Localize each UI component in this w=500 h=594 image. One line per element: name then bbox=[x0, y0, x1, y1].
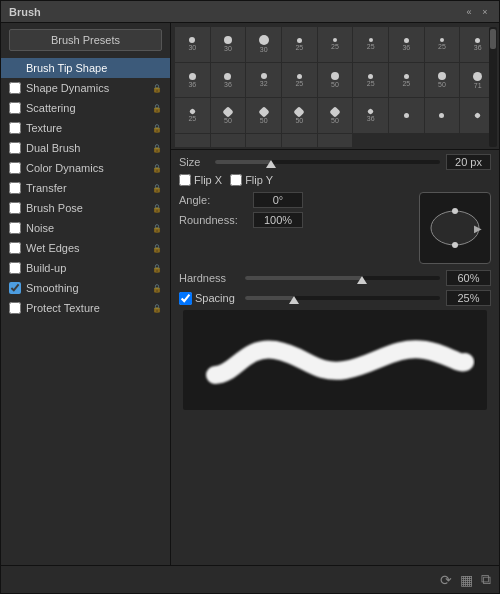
spacing-check[interactable]: Spacing bbox=[179, 292, 239, 305]
brush-thumb[interactable]: 25 bbox=[389, 63, 424, 98]
sidebar-item-texture[interactable]: Texture🔒 bbox=[1, 118, 170, 138]
sidebar-item-dual-brush[interactable]: Dual Brush🔒 bbox=[1, 138, 170, 158]
sidebar-item-smoothing[interactable]: Smoothing🔒 bbox=[1, 278, 170, 298]
sidebar-item-wet-edges[interactable]: Wet Edges🔒 bbox=[1, 238, 170, 258]
sidebar-item-protect-texture[interactable]: Protect Texture🔒 bbox=[1, 298, 170, 318]
brush-size-number: 25 bbox=[188, 115, 196, 122]
checkbox-dual-brush[interactable] bbox=[9, 142, 21, 154]
label-brush-tip-shape: Brush Tip Shape bbox=[26, 62, 162, 74]
checkbox-scattering[interactable] bbox=[9, 102, 21, 114]
brush-thumb[interactable]: 30 bbox=[211, 27, 246, 62]
label-brush-pose: Brush Pose bbox=[26, 202, 148, 214]
sidebar-item-scattering[interactable]: Scattering🔒 bbox=[1, 98, 170, 118]
checkbox-protect-texture[interactable] bbox=[9, 302, 21, 314]
size-slider-track[interactable] bbox=[215, 160, 440, 164]
brush-thumb[interactable]: 25 bbox=[425, 27, 460, 62]
label-shape-dynamics: Shape Dynamics bbox=[26, 82, 148, 94]
hardness-value[interactable]: 60% bbox=[446, 270, 491, 286]
brush-thumb[interactable]: 50 bbox=[318, 63, 353, 98]
brush-thumb[interactable]: 25 bbox=[318, 27, 353, 62]
flip-y-checkbox[interactable] bbox=[230, 174, 242, 186]
flip-x-checkbox[interactable] bbox=[179, 174, 191, 186]
brush-size-number: 30 bbox=[260, 46, 268, 53]
brush-size-number: 36 bbox=[224, 81, 232, 88]
brush-thumb[interactable]: 25 bbox=[175, 98, 210, 133]
brush-thumb[interactable] bbox=[389, 98, 424, 133]
brush-thumb[interactable]: 36 bbox=[389, 27, 424, 62]
brush-thumb[interactable]: 50 bbox=[425, 63, 460, 98]
brush-thumb[interactable] bbox=[175, 134, 210, 147]
grid-icon[interactable]: ▦ bbox=[460, 572, 473, 588]
brush-thumb[interactable]: 25 bbox=[282, 63, 317, 98]
checkbox-wet-edges[interactable] bbox=[9, 242, 21, 254]
checkbox-transfer[interactable] bbox=[9, 182, 21, 194]
sidebar-item-brush-pose[interactable]: Brush Pose🔒 bbox=[1, 198, 170, 218]
brush-thumb[interactable] bbox=[211, 134, 246, 147]
brush-thumb[interactable] bbox=[246, 134, 281, 147]
expand-icon[interactable]: ⧉ bbox=[481, 571, 491, 588]
label-dual-brush: Dual Brush bbox=[26, 142, 148, 154]
flip-y-check[interactable]: Flip Y bbox=[230, 174, 273, 186]
brush-thumb[interactable]: 36 bbox=[211, 63, 246, 98]
flip-x-check[interactable]: Flip X bbox=[179, 174, 222, 186]
checkbox-shape-dynamics[interactable] bbox=[9, 82, 21, 94]
hardness-slider-track[interactable] bbox=[245, 276, 440, 280]
brush-thumb[interactable]: 25 bbox=[353, 27, 388, 62]
checkbox-color-dynamics[interactable] bbox=[9, 162, 21, 174]
roundness-value[interactable]: 100% bbox=[253, 212, 303, 228]
brush-preview bbox=[183, 310, 487, 410]
sidebar-item-color-dynamics[interactable]: Color Dynamics🔒 bbox=[1, 158, 170, 178]
roundness-label: Roundness: bbox=[179, 214, 249, 226]
sidebar-item-brush-tip-shape[interactable]: Brush Tip Shape bbox=[1, 58, 170, 78]
lock-icon-wet-edges: 🔒 bbox=[152, 244, 162, 253]
brush-grid: 3030302525253625363636322550252550712550… bbox=[171, 23, 499, 150]
checkbox-noise[interactable] bbox=[9, 222, 21, 234]
angle-value[interactable]: 0° bbox=[253, 192, 303, 208]
checkbox-build-up[interactable] bbox=[9, 262, 21, 274]
brush-size-number: 25 bbox=[367, 43, 375, 50]
brush-thumb[interactable] bbox=[425, 98, 460, 133]
sidebar-item-shape-dynamics[interactable]: Shape Dynamics🔒 bbox=[1, 78, 170, 98]
brush-angle-circle-control[interactable]: ▶ bbox=[419, 192, 491, 264]
brush-thumb[interactable] bbox=[282, 134, 317, 147]
checkbox-texture[interactable] bbox=[9, 122, 21, 134]
checkbox-brush-pose[interactable] bbox=[9, 202, 21, 214]
brush-thumb[interactable]: 50 bbox=[211, 98, 246, 133]
brush-thumb[interactable]: 50 bbox=[282, 98, 317, 133]
spacing-slider-thumb[interactable] bbox=[289, 296, 299, 304]
history-icon[interactable]: ⟳ bbox=[440, 572, 452, 588]
collapse-button[interactable]: « bbox=[463, 6, 475, 18]
brush-thumb[interactable]: 36 bbox=[175, 63, 210, 98]
size-value[interactable]: 20 px bbox=[446, 154, 491, 170]
spacing-value[interactable]: 25% bbox=[446, 290, 491, 306]
size-slider-thumb[interactable] bbox=[266, 160, 276, 168]
lock-icon-texture: 🔒 bbox=[152, 124, 162, 133]
hardness-slider-thumb[interactable] bbox=[357, 276, 367, 284]
brush-presets-button[interactable]: Brush Presets bbox=[9, 29, 162, 51]
brush-thumb[interactable]: 50 bbox=[246, 98, 281, 133]
brush-size-number: 36 bbox=[402, 44, 410, 51]
brush-thumb[interactable]: 25 bbox=[282, 27, 317, 62]
brush-thumb[interactable]: 25 bbox=[353, 63, 388, 98]
brush-thumb[interactable]: 30 bbox=[246, 27, 281, 62]
checkbox-smoothing[interactable] bbox=[9, 282, 21, 294]
brush-size-number: 25 bbox=[295, 44, 303, 51]
sidebar-item-build-up[interactable]: Build-up🔒 bbox=[1, 258, 170, 278]
svg-point-1 bbox=[452, 208, 458, 214]
sidebar-item-transfer[interactable]: Transfer🔒 bbox=[1, 178, 170, 198]
brush-thumb[interactable] bbox=[318, 134, 353, 147]
sidebar-item-noise[interactable]: Noise🔒 bbox=[1, 218, 170, 238]
spacing-checkbox[interactable] bbox=[179, 292, 192, 305]
brush-size-number: 30 bbox=[224, 45, 232, 52]
close-button[interactable]: × bbox=[479, 6, 491, 18]
grid-scrollbar[interactable] bbox=[489, 27, 497, 147]
label-color-dynamics: Color Dynamics bbox=[26, 162, 148, 174]
brush-thumb[interactable]: 50 bbox=[318, 98, 353, 133]
brush-thumb[interactable]: 36 bbox=[353, 98, 388, 133]
brush-size-number: 32 bbox=[260, 80, 268, 87]
brush-thumb[interactable]: 32 bbox=[246, 63, 281, 98]
brush-thumb[interactable]: 30 bbox=[175, 27, 210, 62]
label-build-up: Build-up bbox=[26, 262, 148, 274]
grid-scrollbar-thumb[interactable] bbox=[490, 29, 496, 49]
spacing-slider-track[interactable] bbox=[245, 296, 440, 300]
